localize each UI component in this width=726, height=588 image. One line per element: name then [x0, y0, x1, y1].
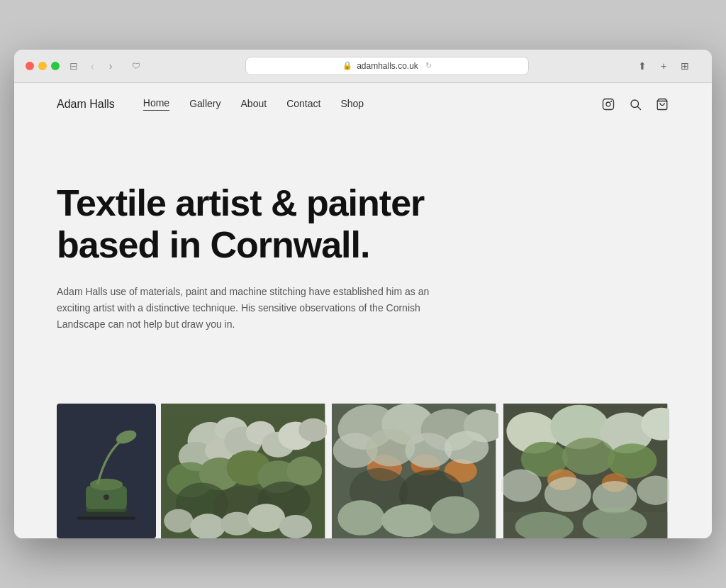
sidebar-toggle-icon[interactable]: ⊟ [65, 57, 82, 74]
gallery-item-lichen-3[interactable] [501, 404, 669, 538]
search-icon[interactable] [628, 97, 642, 111]
gallery-item-lichen-1[interactable] [159, 404, 327, 538]
gallery-strip [14, 375, 712, 538]
url-bar[interactable]: 🔒 adamhalls.co.uk ↻ [245, 57, 529, 75]
svg-point-33 [190, 514, 225, 539]
browser-left-controls: ⊟ ‹ › [65, 57, 119, 74]
hero-description: Adam Halls use of materials, paint and m… [57, 284, 454, 333]
svg-point-1 [606, 102, 610, 106]
site-logo[interactable]: Adam Halls [57, 98, 115, 111]
svg-point-13 [104, 494, 109, 500]
svg-point-53 [430, 497, 479, 534]
svg-rect-0 [603, 99, 614, 109]
nav-home[interactable]: Home [143, 97, 169, 111]
svg-rect-11 [83, 512, 130, 517]
svg-point-61 [608, 444, 657, 479]
svg-point-32 [164, 509, 193, 533]
browser-chrome: ⊟ ‹ › 🛡 🔒 adamhalls.co.uk ↻ ⬆ + ⊞ [14, 50, 712, 83]
svg-point-60 [562, 438, 614, 475]
svg-point-2 [611, 101, 612, 101]
svg-point-52 [382, 505, 435, 538]
website-content: Adam Halls Home Gallery About Contact Sh… [14, 83, 712, 539]
nav-contact[interactable]: Contact [286, 98, 320, 111]
site-hero: Textile artist & painter based in Cornwa… [14, 126, 553, 376]
instagram-icon[interactable] [601, 97, 615, 111]
traffic-lights [26, 62, 60, 70]
svg-point-64 [501, 470, 542, 502]
new-tab-icon[interactable]: + [655, 57, 672, 74]
svg-point-28 [287, 457, 323, 486]
browser-titlebar: ⊟ ‹ › 🛡 🔒 adamhalls.co.uk ↻ ⬆ + ⊞ [26, 57, 700, 75]
site-nav: Home Gallery About Contact Shop [143, 97, 601, 111]
nav-shop[interactable]: Shop [340, 98, 364, 111]
nav-about[interactable]: About [241, 98, 267, 111]
share-icon[interactable]: ⬆ [634, 57, 651, 74]
back-icon[interactable]: ‹ [84, 57, 101, 74]
hero-title: Textile artist & painter based in Cornwa… [57, 182, 510, 267]
nav-gallery[interactable]: Gallery [189, 98, 220, 111]
gallery-item-lichen-2[interactable] [330, 404, 498, 538]
forward-icon[interactable]: › [102, 57, 119, 74]
tabs-overview-icon[interactable]: ⊞ [676, 57, 693, 74]
svg-line-4 [637, 106, 640, 109]
lock-icon: 🔒 [342, 61, 352, 70]
svg-point-51 [338, 501, 385, 536]
gallery-item-gramophone[interactable] [57, 404, 156, 538]
svg-point-65 [544, 477, 591, 513]
toolbar-actions: ⬆ + ⊞ [634, 57, 693, 74]
site-icons [601, 97, 669, 111]
url-text: adamhalls.co.uk [357, 61, 418, 71]
cart-icon[interactable] [655, 97, 669, 111]
svg-point-9 [90, 479, 123, 491]
security-icon: 🛡 [132, 61, 140, 71]
minimize-button[interactable] [38, 62, 47, 70]
svg-rect-12 [77, 517, 136, 520]
refresh-icon[interactable]: ↻ [425, 61, 432, 70]
site-header: Adam Halls Home Gallery About Contact Sh… [14, 83, 712, 126]
svg-point-48 [445, 431, 489, 464]
svg-point-23 [298, 418, 327, 442]
browser-window: ⊟ ‹ › 🛡 🔒 adamhalls.co.uk ↻ ⬆ + ⊞ [14, 50, 712, 539]
close-button[interactable] [26, 62, 34, 70]
fullscreen-button[interactable] [51, 62, 60, 70]
svg-point-36 [279, 515, 312, 538]
